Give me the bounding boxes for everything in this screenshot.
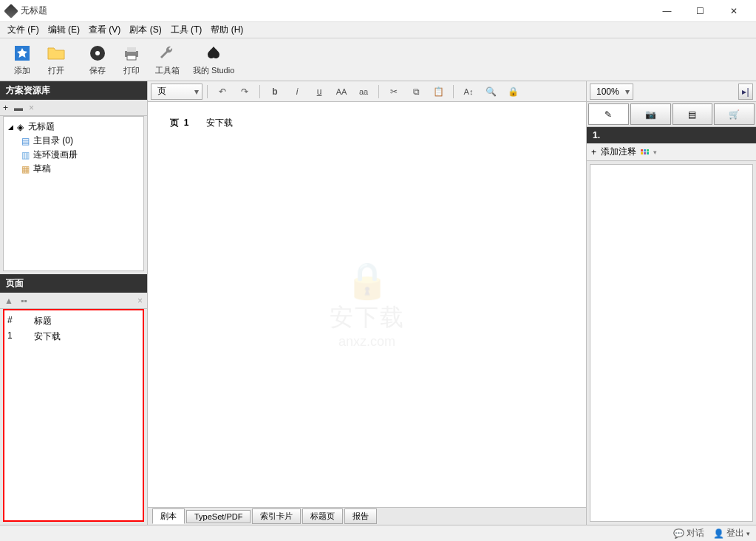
font-button[interactable]: A↕ [458,84,479,100]
redo-button[interactable]: ↷ [234,84,255,100]
add-label: 添加 [14,65,30,76]
cut-button[interactable]: ✂ [384,84,404,100]
lock-button[interactable]: 🔒 [503,84,523,100]
uppercase-button[interactable]: AA [331,84,352,100]
tree-draft-label: 草稿 [33,163,51,175]
print-button[interactable]: 打印 [115,41,148,78]
pages-section: 页面 ▲ ▪▪ × # 标题 1 安下载 [0,274,147,525]
toolbox-label: 工具箱 [155,65,180,76]
folder-small-icon[interactable]: ▬ [14,103,23,113]
collapse-icon: ◢ [8,123,13,131]
svg-rect-4 [127,47,136,52]
copy-button[interactable]: ⧉ [406,84,426,100]
tree-comic-album[interactable]: ▥ 连环漫画册 [7,148,140,162]
dropdown-icon[interactable]: ▾ [653,149,657,156]
tree-root[interactable]: ◢ ◈ 无标题 [7,120,140,134]
main-area: 方案资源库 + ▬ × ◢ ◈ 无标题 ▤ 主目录 (0) ▥ 连环漫画册 [0,81,756,525]
add-button[interactable]: 添加 [6,41,38,78]
add-annotation-icon[interactable]: + [591,147,596,157]
wrench-icon [157,43,178,64]
row-num: 1 [7,330,34,343]
editor[interactable]: 页 1 安下载 🔒 安下载 anxz.com [148,102,586,507]
pages-toolbar: ▲ ▪▪ × [0,293,147,309]
plus-icon[interactable]: + [3,103,8,113]
mode-notes[interactable]: ▤ [672,103,713,125]
close-small-icon[interactable]: × [29,103,34,113]
camera-icon: 📷 [645,109,656,120]
titlebar: 无标题 — ☐ ✕ [0,0,756,22]
toolbox-button[interactable]: 工具箱 [149,41,185,78]
chat-icon: 💬 [673,528,684,539]
tab-title-page[interactable]: 标题页 [302,508,343,524]
printer-icon [121,43,142,64]
right-panel: 100% ▸| ✎ 📷 ▤ 🛒 1. + 添加注释 ▾ [586,81,756,525]
menu-tools[interactable]: 工具 (T) [166,22,207,38]
studio-button[interactable]: 我的 Studio [187,41,240,78]
annotation-area[interactable] [590,164,753,522]
close-button[interactable]: ✕ [717,1,750,21]
spade-icon [203,43,224,64]
underline-button[interactable]: u [309,84,330,100]
sort-copy-icon[interactable]: ▪▪ [21,296,27,306]
open-button[interactable]: 打开 [40,41,72,78]
bold-button[interactable]: b [265,84,285,100]
save-label: 保存 [89,65,106,76]
right-top-bar: 100% ▸| [587,81,756,102]
main-toolbar: 添加 打开 保存 打印 工具箱 我的 Studio [0,38,756,81]
lowercase-button[interactable]: aa [353,84,374,100]
panel-close-icon[interactable]: × [137,296,143,306]
mode-cart[interactable]: 🛒 [714,103,755,125]
status-logout[interactable]: 👤 登出 ▾ [713,527,750,540]
annotation-bar: + 添加注释 ▾ [587,143,756,161]
open-label: 打开 [48,65,64,76]
pages-header: 页面 [0,274,147,293]
center-area: 页 ↶ ↷ b i u AA aa ✂ ⧉ 📋 A↕ 🔍 🔒 页 1 安 [148,81,586,525]
print-label: 打印 [123,65,140,76]
status-chat[interactable]: 💬 对话 [673,527,704,540]
menu-view[interactable]: 查看 (V) [84,22,125,38]
tab-index-cards[interactable]: 索引卡片 [252,508,301,524]
tab-typeset[interactable]: TypeSet/PDF [186,510,251,523]
mode-tabs: ✎ 📷 ▤ 🛒 [587,102,756,127]
zoom-select[interactable]: 100% [590,84,633,100]
paste-button[interactable]: 📋 [428,84,449,100]
app-icon [4,4,18,18]
mode-pen[interactable]: ✎ [588,103,629,125]
list-item[interactable]: 1 安下载 [7,329,140,344]
minimize-button[interactable]: — [650,1,684,21]
maximize-button[interactable]: ☐ [684,1,717,21]
pages-list: # 标题 1 安下载 [3,309,144,522]
menu-file[interactable]: 文件 (F) [3,22,44,38]
tree-draft[interactable]: ▦ 草稿 [7,162,140,176]
mode-camera[interactable]: 📷 [630,103,671,125]
bottom-tabs: 剧本 TypeSet/PDF 索引卡片 标题页 报告 [148,507,586,525]
col-header-title: 标题 [34,315,140,327]
italic-button[interactable]: i [287,84,307,100]
page-line: 页 1 安下载 [170,117,564,129]
color-grid-icon[interactable] [641,149,649,154]
undo-button[interactable]: ↶ [212,84,233,100]
left-panel: 方案资源库 + ▬ × ◢ ◈ 无标题 ▤ 主目录 (0) ▥ 连环漫画册 [0,81,148,525]
svg-rect-5 [127,55,136,60]
tab-report[interactable]: 报告 [344,508,377,524]
cart-icon: 🛒 [729,109,740,120]
watermark-text: 安下载 [330,302,405,334]
style-select[interactable]: 页 [151,84,202,100]
svg-point-2 [95,51,100,55]
tree-main-catalog[interactable]: ▤ 主目录 (0) [7,134,140,148]
menu-help[interactable]: 帮助 (H) [206,22,248,38]
resource-subbar: + ▬ × [0,100,147,116]
chevron-down-icon: ▾ [746,530,750,537]
resource-header: 方案资源库 [0,81,147,100]
tree-main-catalog-label: 主目录 (0) [33,135,73,147]
chat-label: 对话 [687,527,704,540]
row-title: 安下载 [34,330,140,343]
sort-up-icon[interactable]: ▲ [4,296,13,306]
expand-button[interactable]: ▸| [738,84,753,100]
search-button[interactable]: 🔍 [480,84,501,100]
save-button[interactable]: 保存 [81,41,114,78]
menu-script[interactable]: 剧本 (S) [125,22,166,38]
add-annotation-label[interactable]: 添加注释 [601,146,636,158]
tab-script[interactable]: 剧本 [152,508,185,524]
menu-edit[interactable]: 编辑 (E) [44,22,84,38]
